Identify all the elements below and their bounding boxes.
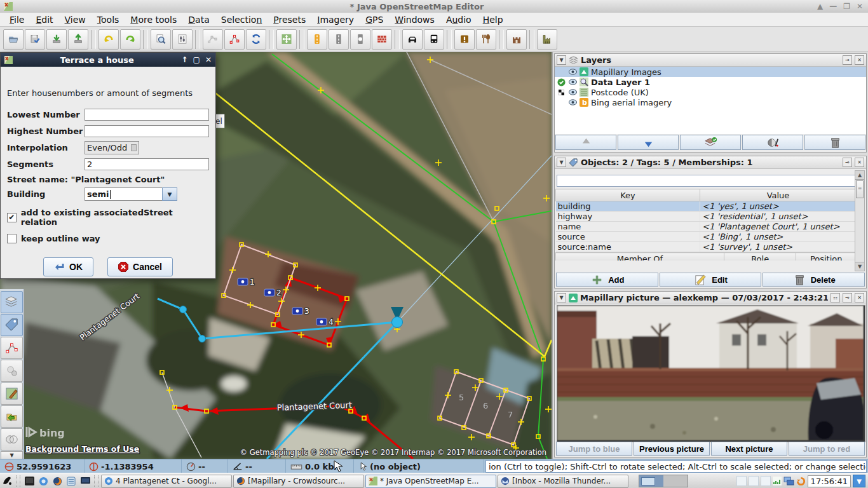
keep-outline-checkbox-row[interactable]: keep outline way [7,234,209,243]
shade-button[interactable]: ▲ [817,2,823,11]
update-notifier-tray-icon[interactable] [796,477,806,486]
preferences-button[interactable] [172,29,193,50]
move-layer-down-button[interactable] [618,135,679,150]
next-picture-button[interactable]: Next picture [711,442,787,456]
menu-data[interactable]: Data [182,13,215,26]
background-terms-link[interactable]: Background Terms of Use [25,444,139,454]
map-paint-toggle-button[interactable] [1,383,23,405]
taskbar-window-josm[interactable]: * Java OpenStreetMap E... [365,475,496,488]
firefox-launcher-icon[interactable] [51,475,64,487]
taskbar-window-thunderbird[interactable]: [Inbox - Mozilla Thunder... [498,475,628,488]
menu-file[interactable]: File [4,13,30,26]
zoom-data-button[interactable] [151,29,171,50]
delete-layer-button[interactable] [804,135,865,150]
highest-number-input[interactable] [85,125,209,137]
maximize-button[interactable]: ❐ [843,2,850,11]
ok-button[interactable]: OK [43,257,93,276]
taskbar-window-chromium[interactable]: 4 Plantagenet Ct - Googl... [101,475,232,488]
layers-toggle-button[interactable] [1,291,23,313]
value-column-header[interactable]: Value [700,189,857,201]
layer-row-data-layer-1[interactable]: Data Layer 1 [555,77,866,87]
terrace-dialog-titlebar[interactable]: Terrace a house ↑ ▢ ✕ [1,53,215,67]
menu-imagery[interactable]: Imagery [311,13,360,26]
tag-row-building[interactable]: building<1 'yes', 1 unset> [556,201,857,212]
display-launcher-icon[interactable] [79,475,92,487]
layer-visibility-eye-icon[interactable] [569,79,577,85]
vertical-scrollbar[interactable]: ▲ ≡ ▼ [855,170,865,271]
unglue-ways-button[interactable] [203,29,223,50]
workspace-pager[interactable] [639,475,688,487]
start-menu-icon[interactable] [1,475,13,487]
redo-button[interactable] [120,29,140,50]
dialog-maximize-button[interactable]: ▢ [193,55,200,64]
validator-toggle-button[interactable] [1,428,23,451]
collapse-icon[interactable]: ▼ [557,293,566,302]
menu-tools[interactable]: Tools [92,13,125,26]
terminal-launcher-icon[interactable] [23,475,36,487]
tray-icon[interactable] [736,476,747,486]
roundabout-button[interactable] [350,29,370,50]
tags-toggle-button[interactable] [1,314,23,336]
workspace-1[interactable] [639,475,663,487]
menu-more-tools[interactable]: More tools [125,13,182,26]
split-way-button[interactable] [224,29,245,50]
position-column-header[interactable]: Position [796,253,857,261]
pin-icon[interactable]: ⊸ [843,293,852,302]
mapillary-image-node[interactable] [180,306,187,313]
restaurant-button[interactable] [476,29,496,50]
tray-icon[interactable] [749,476,759,486]
tag-filter-input[interactable] [557,175,856,187]
layer-visibility-eye-icon[interactable] [569,99,577,105]
menu-help[interactable]: Help [477,13,509,26]
keep-outline-checkbox[interactable] [7,234,17,243]
menu-edit[interactable]: Edit [30,13,58,26]
key-column-header[interactable]: Key [556,189,700,201]
pin-icon[interactable]: ⊸ [843,158,852,167]
mapillary-selected-image-node[interactable] [392,317,403,328]
open-button[interactable] [3,29,24,50]
tray-icon[interactable] [761,476,771,486]
tag-row-name[interactable]: name<1 'Plantagenet Court', 1 unset> [556,222,857,232]
residential-road-button[interactable] [329,29,349,50]
undo-button[interactable] [98,29,119,50]
chromium-launcher-icon[interactable] [37,475,50,487]
mapillary-photo[interactable] [557,305,865,442]
upload-button[interactable] [68,29,88,50]
close-button[interactable]: ✕ [857,2,863,11]
edit-tag-button[interactable]: Edit [660,273,762,287]
lowest-number-input[interactable] [85,109,209,121]
building-dropdown-button[interactable]: ▼ [162,187,177,201]
layer-opacity-button[interactable] [742,135,803,150]
delete-tag-button[interactable]: Delete [763,273,865,287]
minimize-button[interactable]: — [829,2,837,11]
properties-toggle-button[interactable] [1,360,23,382]
menu-presets[interactable]: Presets [268,13,311,26]
previous-picture-button[interactable]: Previous picture [634,442,710,456]
dialog-close-button[interactable]: ✕ [205,55,212,64]
motorway-button[interactable] [307,29,327,50]
pin-icon[interactable]: ⊸ [843,55,852,65]
panel-close-icon[interactable]: ✕ [855,158,864,167]
menu-selection[interactable]: Selection [215,13,268,26]
menu-gps[interactable]: GPS [360,13,389,26]
tag-row-highway[interactable]: highway<1 'residential', 1 unset> [556,212,857,222]
menu-audio[interactable]: Audio [440,13,477,26]
display-settings-tray-icon[interactable] [783,477,794,486]
workspace-2[interactable] [663,475,688,487]
associatedstreet-checkbox[interactable]: ✔ [7,213,17,222]
download-button[interactable] [46,29,67,50]
layer-row-bing-aerial-imagery[interactable]: bBing aerial imagery [555,97,866,107]
memberof-column-header[interactable]: Member Of [556,253,724,261]
settings-icon[interactable]: ⚏ [831,293,840,302]
save-button[interactable] [25,29,45,50]
monitor-chart-tray-icon[interactable] [773,477,782,485]
interpolation-select[interactable]: Even/Odd [85,141,139,154]
tag-row-source:name[interactable]: source:name<1 'survey', 1 unset> [556,242,857,252]
collapse-icon[interactable]: ▼ [557,55,566,65]
tag-row-source[interactable]: source<1 'Bing', 1 unset> [556,232,857,242]
layer-row-mapillary-images[interactable]: Mapillary Images [555,67,866,77]
menu-windows[interactable]: Windows [389,13,440,26]
scroll-thumb[interactable]: ≡ [856,180,864,198]
warning-button[interactable] [454,29,475,50]
wall-button[interactable] [372,29,392,50]
